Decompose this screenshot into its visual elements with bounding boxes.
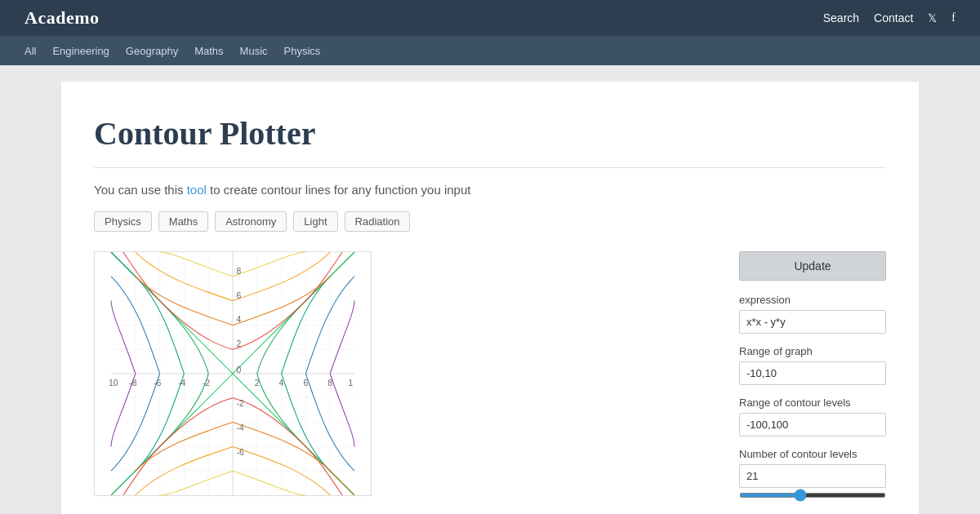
tag-light[interactable]: Light <box>293 211 337 232</box>
expression-label: expression <box>739 294 886 306</box>
top-bar: Academo Search Contact 𝕏 f <box>0 0 980 36</box>
secondary-nav: All Engineering Geography Maths Music Ph… <box>0 36 980 65</box>
svg-text:2: 2 <box>255 379 260 388</box>
twitter-icon[interactable]: 𝕏 <box>928 11 937 25</box>
nav-item-engineering[interactable]: Engineering <box>52 45 109 57</box>
range-contour-input[interactable] <box>739 413 886 436</box>
num-contour-group: Number of contour levels <box>739 448 886 498</box>
description-text-2: to create contour lines for any function… <box>210 183 470 197</box>
facebook-icon[interactable]: f <box>951 11 956 24</box>
svg-text:4: 4 <box>279 379 284 388</box>
range-graph-input[interactable] <box>739 361 886 385</box>
content-card: Contour Plotter You can use this tool to… <box>61 82 919 514</box>
svg-text:-4: -4 <box>236 423 243 432</box>
num-contour-label: Number of contour levels <box>739 448 886 460</box>
plot-area: 8 6 4 2 0 -2 -4 -6 10 -8 -6 -4 -2 2 <box>94 251 715 496</box>
range-contour-group: Range of contour levels <box>739 397 886 436</box>
sidebar-controls: Update expression Range of graph Range o… <box>739 251 886 509</box>
expression-input[interactable] <box>739 310 886 334</box>
description-text-1: You can use this <box>94 183 184 197</box>
svg-text:-6: -6 <box>154 379 161 388</box>
page-title: Contour Plotter <box>94 114 886 168</box>
nav-item-maths[interactable]: Maths <box>194 45 223 57</box>
svg-text:-2: -2 <box>236 399 243 408</box>
svg-text:8: 8 <box>236 267 241 276</box>
svg-text:-6: -6 <box>236 448 243 457</box>
main-layout: 8 6 4 2 0 -2 -4 -6 10 -8 -6 -4 -2 2 <box>94 251 886 509</box>
range-contour-label: Range of contour levels <box>739 397 886 409</box>
num-contour-input[interactable] <box>739 464 886 488</box>
plot-canvas: 8 6 4 2 0 -2 -4 -6 10 -8 -6 -4 -2 2 <box>94 251 372 496</box>
nav-item-geography[interactable]: Geography <box>126 45 178 57</box>
tool-link[interactable]: tool <box>187 183 207 197</box>
range-graph-label: Range of graph <box>739 345 886 357</box>
contour-svg: 8 6 4 2 0 -2 -4 -6 10 -8 -6 -4 -2 2 <box>95 252 371 495</box>
svg-text:0: 0 <box>236 366 241 374</box>
svg-text:8: 8 <box>327 379 332 388</box>
search-link[interactable]: Search <box>823 11 859 24</box>
contour-slider[interactable] <box>739 493 886 498</box>
nav-item-all[interactable]: All <box>24 45 36 57</box>
site-logo[interactable]: Academo <box>24 7 99 29</box>
tag-astronomy[interactable]: Astronomy <box>215 211 287 232</box>
slider-container <box>739 493 886 498</box>
tags-container: Physics Maths Astronomy Light Radiation <box>94 211 886 232</box>
tag-radiation[interactable]: Radiation <box>345 211 411 232</box>
svg-text:10: 10 <box>109 379 118 388</box>
svg-text:-8: -8 <box>129 379 136 388</box>
nav-item-physics[interactable]: Physics <box>284 45 321 57</box>
range-graph-group: Range of graph <box>739 345 886 385</box>
contact-link[interactable]: Contact <box>874 11 913 24</box>
top-bar-right: Search Contact 𝕏 f <box>823 11 956 25</box>
svg-text:6: 6 <box>236 291 241 300</box>
svg-text:6: 6 <box>303 379 308 388</box>
svg-text:2: 2 <box>236 339 241 348</box>
page-content: Contour Plotter You can use this tool to… <box>0 65 980 514</box>
tag-maths[interactable]: Maths <box>158 211 208 232</box>
svg-text:4: 4 <box>236 315 241 324</box>
update-button[interactable]: Update <box>739 251 886 281</box>
nav-item-music[interactable]: Music <box>240 45 268 57</box>
expression-group: expression <box>739 294 886 334</box>
page-description: You can use this tool to create contour … <box>94 183 886 197</box>
svg-text:-2: -2 <box>203 379 210 388</box>
tag-physics[interactable]: Physics <box>94 211 152 232</box>
svg-text:1: 1 <box>349 379 354 388</box>
svg-text:-4: -4 <box>178 379 185 388</box>
